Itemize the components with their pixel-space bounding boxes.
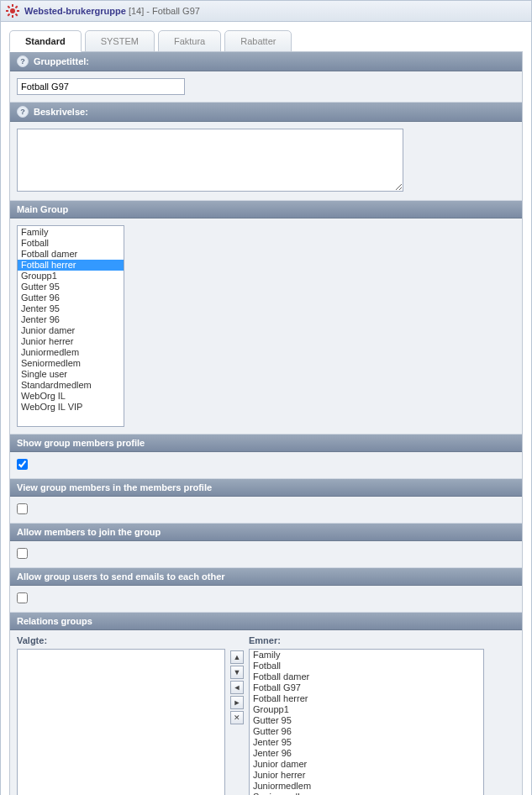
- section-header-beskrivelse: ? Beskrivelse:: [10, 103, 522, 122]
- svg-line-5: [8, 6, 9, 8]
- section-header-gruppetittel: ? Gruppetittel:: [10, 52, 522, 71]
- move-left-button[interactable]: ◄: [230, 681, 244, 694]
- help-icon[interactable]: ?: [17, 106, 29, 118]
- chevron-up-icon: ▲: [234, 654, 241, 661]
- chevron-down-icon: ▼: [234, 669, 241, 677]
- list-item[interactable]: Junior herrer: [18, 336, 124, 347]
- gear-icon: [6, 4, 19, 18]
- list-item[interactable]: Junior herrer: [250, 770, 483, 781]
- list-item[interactable]: Fotball G97: [250, 682, 483, 693]
- page-title: Websted-brukergruppe [14] - Fotball G97: [24, 6, 200, 16]
- list-item[interactable]: Single user: [18, 369, 124, 380]
- list-item[interactable]: Family: [250, 650, 483, 661]
- tab-rabatter[interactable]: Rabatter: [224, 30, 292, 52]
- admin-panel: Websted-brukergruppe [14] - Fotball G97 …: [0, 0, 532, 795]
- beskrivelse-textarea[interactable]: [17, 129, 403, 192]
- section-header-view-members: View group members in the members profil…: [10, 479, 522, 497]
- move-down-button[interactable]: ▼: [230, 666, 244, 679]
- section-body-show-profile: [10, 452, 522, 479]
- section-label: Gruppetittel:: [34, 56, 89, 66]
- valgte-select[interactable]: [17, 649, 225, 795]
- move-buttons: ▲ ▼ ◄ ► ✕: [230, 650, 244, 795]
- tab-bar: StandardSYSTEMFakturaRabatter: [9, 30, 523, 52]
- section-body-main-group: FamilyFotballFotball damerFotball herrer…: [10, 218, 522, 434]
- section-header-main-group: Main Group: [10, 201, 522, 218]
- view-members-checkbox[interactable]: [17, 503, 28, 514]
- list-item[interactable]: Juniormedlem: [250, 781, 483, 792]
- section-label: Main Group: [17, 204, 68, 214]
- close-icon: ✕: [234, 714, 240, 722]
- section-header-show-profile: Show group members profile: [10, 434, 522, 452]
- list-item[interactable]: Gutter 95: [250, 715, 483, 726]
- list-item[interactable]: Junior damer: [18, 325, 124, 336]
- panel-header: Websted-brukergruppe [14] - Fotball G97: [1, 1, 531, 22]
- allow-emails-checkbox[interactable]: [17, 592, 28, 603]
- list-item[interactable]: WebOrg IL: [18, 391, 124, 402]
- section-label: Allow members to join the group: [17, 527, 161, 537]
- list-item[interactable]: Fotball: [18, 238, 124, 249]
- list-item[interactable]: Jenter 95: [18, 303, 124, 314]
- svg-line-7: [8, 14, 9, 16]
- section-label: Allow group users to send emails to each…: [17, 571, 225, 582]
- section-body-allow-emails: [10, 586, 522, 613]
- tab-system[interactable]: SYSTEM: [85, 30, 155, 52]
- main-group-select[interactable]: FamilyFotballFotball damerFotball herrer…: [17, 225, 124, 427]
- list-item[interactable]: Standardmedlem: [18, 380, 124, 391]
- relations-body: Valgte: ▲ ▼ ◄ ► ✕ Emner: FamilyFotballFo…: [10, 630, 522, 795]
- list-item[interactable]: WebOrg IL VIP: [18, 402, 124, 413]
- emner-select[interactable]: FamilyFotballFotball damerFotball G97Fot…: [249, 649, 484, 795]
- tab-content-standard: ? Gruppetittel: ? Beskrivelse: Main Grou…: [9, 51, 523, 795]
- svg-point-0: [10, 8, 15, 13]
- list-item[interactable]: Junior damer: [250, 759, 483, 770]
- section-label: Show group members profile: [17, 438, 145, 448]
- svg-line-6: [16, 14, 18, 16]
- list-item[interactable]: Juniormedlem: [18, 347, 124, 358]
- list-item[interactable]: Jenter 96: [18, 314, 124, 325]
- list-item[interactable]: Groupp1: [18, 271, 124, 282]
- list-item[interactable]: Seniormedlem: [18, 358, 124, 369]
- list-item[interactable]: Jenter 96: [250, 748, 483, 759]
- allow-join-checkbox[interactable]: [17, 548, 28, 559]
- section-body-allow-join: [10, 541, 522, 568]
- svg-line-8: [16, 6, 18, 8]
- list-item[interactable]: Family: [18, 227, 124, 238]
- section-label: Beskrivelse:: [34, 107, 88, 117]
- gruppetittel-input[interactable]: [17, 78, 185, 95]
- list-item[interactable]: Gutter 96: [18, 292, 124, 303]
- emner-label: Emner:: [249, 635, 484, 645]
- list-item[interactable]: Fotball herrer: [18, 260, 124, 271]
- chevron-left-icon: ◄: [234, 684, 241, 692]
- section-header-allow-join: Allow members to join the group: [10, 524, 522, 541]
- section-body-beskrivelse: [10, 122, 522, 201]
- tab-standard[interactable]: Standard: [9, 30, 82, 52]
- section-header-relations: Relations groups: [10, 613, 522, 630]
- show-profile-checkbox[interactable]: [17, 459, 28, 470]
- move-right-button[interactable]: ►: [230, 696, 244, 709]
- section-label: View group members in the members profil…: [17, 482, 212, 492]
- list-item[interactable]: Fotball damer: [18, 249, 124, 260]
- section-header-allow-emails: Allow group users to send emails to each…: [10, 568, 522, 586]
- tab-faktura[interactable]: Faktura: [158, 30, 221, 52]
- move-up-button[interactable]: ▲: [230, 650, 244, 664]
- chevron-right-icon: ►: [234, 699, 241, 707]
- list-item[interactable]: Gutter 95: [18, 282, 124, 292]
- section-label: Relations groups: [17, 616, 92, 626]
- help-icon[interactable]: ?: [17, 55, 29, 67]
- section-body-gruppetittel: [10, 71, 522, 103]
- valgte-label: Valgte:: [17, 635, 225, 645]
- list-item[interactable]: Fotball: [250, 661, 483, 671]
- list-item[interactable]: Jenter 95: [250, 737, 483, 748]
- list-item[interactable]: Seniormedlem: [250, 792, 483, 795]
- list-item[interactable]: Groupp1: [250, 704, 483, 715]
- section-body-view-members: [10, 497, 522, 524]
- list-item[interactable]: Fotball damer: [250, 671, 483, 682]
- list-item[interactable]: Fotball herrer: [250, 693, 483, 704]
- list-item[interactable]: Gutter 96: [250, 726, 483, 737]
- remove-button[interactable]: ✕: [230, 711, 244, 724]
